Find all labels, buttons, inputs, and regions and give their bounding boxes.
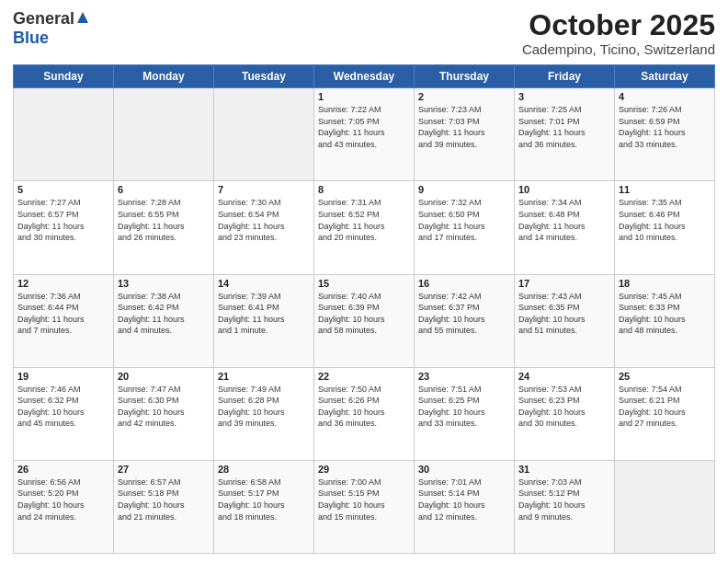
calendar-week-4: 19Sunrise: 7:46 AM Sunset: 6:32 PM Dayli… [14,367,715,460]
day-detail: Sunrise: 7:22 AM Sunset: 7:05 PM Dayligh… [318,104,410,150]
day-number: 4 [619,91,711,102]
calendar-cell: 20Sunrise: 7:47 AM Sunset: 6:30 PM Dayli… [114,367,214,460]
calendar-cell: 14Sunrise: 7:39 AM Sunset: 6:41 PM Dayli… [214,274,314,367]
calendar-table: SundayMondayTuesdayWednesdayThursdayFrid… [13,64,715,554]
calendar-cell: 8Sunrise: 7:31 AM Sunset: 6:52 PM Daylig… [314,181,415,274]
day-number: 11 [619,184,711,195]
day-number: 16 [418,278,510,289]
day-number: 12 [17,278,109,289]
day-number: 14 [218,278,310,289]
day-detail: Sunrise: 7:30 AM Sunset: 6:54 PM Dayligh… [218,197,310,243]
calendar-cell: 13Sunrise: 7:38 AM Sunset: 6:42 PM Dayli… [114,274,214,367]
calendar-cell: 5Sunrise: 7:27 AM Sunset: 6:57 PM Daylig… [14,181,114,274]
day-number: 24 [518,371,610,382]
calendar-cell: 27Sunrise: 6:57 AM Sunset: 5:18 PM Dayli… [114,460,214,553]
day-number: 22 [318,371,410,382]
calendar-cell: 30Sunrise: 7:01 AM Sunset: 5:14 PM Dayli… [415,460,515,553]
day-number: 2 [418,91,510,102]
calendar-cell: 25Sunrise: 7:54 AM Sunset: 6:21 PM Dayli… [615,367,715,460]
calendar-cell: 11Sunrise: 7:35 AM Sunset: 6:46 PM Dayli… [615,181,715,274]
calendar-week-3: 12Sunrise: 7:36 AM Sunset: 6:44 PM Dayli… [14,274,715,367]
calendar-cell: 29Sunrise: 7:00 AM Sunset: 5:15 PM Dayli… [314,460,415,553]
day-detail: Sunrise: 7:50 AM Sunset: 6:26 PM Dayligh… [318,384,410,430]
weekday-header-sunday: Sunday [14,65,114,88]
day-detail: Sunrise: 7:31 AM Sunset: 6:52 PM Dayligh… [318,197,410,243]
day-detail: Sunrise: 7:27 AM Sunset: 6:57 PM Dayligh… [17,197,109,243]
day-detail: Sunrise: 7:01 AM Sunset: 5:14 PM Dayligh… [418,477,510,523]
day-detail: Sunrise: 7:25 AM Sunset: 7:01 PM Dayligh… [518,104,610,150]
weekday-header-friday: Friday [515,65,615,88]
day-detail: Sunrise: 7:43 AM Sunset: 6:35 PM Dayligh… [518,291,610,337]
calendar-cell: 28Sunrise: 6:58 AM Sunset: 5:17 PM Dayli… [214,460,314,553]
day-detail: Sunrise: 7:47 AM Sunset: 6:30 PM Dayligh… [118,384,210,430]
calendar-cell [14,88,114,181]
day-number: 30 [418,464,510,475]
day-number: 15 [318,278,410,289]
day-number: 25 [619,371,711,382]
day-number: 10 [518,184,610,195]
calendar-cell: 26Sunrise: 6:56 AM Sunset: 5:20 PM Dayli… [14,460,114,553]
day-detail: Sunrise: 7:00 AM Sunset: 5:15 PM Dayligh… [318,477,410,523]
calendar-week-5: 26Sunrise: 6:56 AM Sunset: 5:20 PM Dayli… [14,460,715,553]
page: General Blue October 2025 Cadempino, Tic… [0,0,728,563]
logo-triangle-icon [76,11,89,28]
header: General Blue October 2025 Cadempino, Tic… [13,9,715,57]
day-number: 23 [418,371,510,382]
calendar-cell [114,88,214,181]
calendar-cell: 21Sunrise: 7:49 AM Sunset: 6:28 PM Dayli… [214,367,314,460]
weekday-header-row: SundayMondayTuesdayWednesdayThursdayFrid… [14,65,715,88]
day-number: 8 [318,184,410,195]
day-detail: Sunrise: 6:58 AM Sunset: 5:17 PM Dayligh… [218,477,310,523]
day-detail: Sunrise: 7:28 AM Sunset: 6:55 PM Dayligh… [118,197,210,243]
calendar-cell: 1Sunrise: 7:22 AM Sunset: 7:05 PM Daylig… [314,88,415,181]
day-number: 18 [619,278,711,289]
calendar-cell: 19Sunrise: 7:46 AM Sunset: 6:32 PM Dayli… [14,367,114,460]
day-detail: Sunrise: 7:54 AM Sunset: 6:21 PM Dayligh… [619,384,711,430]
day-detail: Sunrise: 7:38 AM Sunset: 6:42 PM Dayligh… [118,291,210,337]
calendar-cell: 4Sunrise: 7:26 AM Sunset: 6:59 PM Daylig… [615,88,715,181]
title-block: October 2025 Cadempino, Ticino, Switzerl… [522,9,715,57]
calendar-cell: 22Sunrise: 7:50 AM Sunset: 6:26 PM Dayli… [314,367,415,460]
calendar-cell: 10Sunrise: 7:34 AM Sunset: 6:48 PM Dayli… [515,181,615,274]
day-detail: Sunrise: 7:46 AM Sunset: 6:32 PM Dayligh… [17,384,109,430]
day-detail: Sunrise: 7:03 AM Sunset: 5:12 PM Dayligh… [518,477,610,523]
logo: General Blue [13,9,90,48]
calendar-cell: 6Sunrise: 7:28 AM Sunset: 6:55 PM Daylig… [114,181,214,274]
calendar-cell: 16Sunrise: 7:42 AM Sunset: 6:37 PM Dayli… [415,274,515,367]
day-number: 17 [518,278,610,289]
calendar-cell: 2Sunrise: 7:23 AM Sunset: 7:03 PM Daylig… [415,88,515,181]
day-number: 26 [17,464,109,475]
day-number: 20 [118,371,210,382]
day-number: 7 [218,184,310,195]
day-detail: Sunrise: 6:57 AM Sunset: 5:18 PM Dayligh… [118,477,210,523]
day-detail: Sunrise: 7:36 AM Sunset: 6:44 PM Dayligh… [17,291,109,337]
day-number: 5 [17,184,109,195]
day-detail: Sunrise: 7:42 AM Sunset: 6:37 PM Dayligh… [418,291,510,337]
day-number: 27 [118,464,210,475]
day-detail: Sunrise: 7:40 AM Sunset: 6:39 PM Dayligh… [318,291,410,337]
day-detail: Sunrise: 7:32 AM Sunset: 6:50 PM Dayligh… [418,197,510,243]
subtitle: Cadempino, Ticino, Switzerland [522,41,715,57]
day-number: 29 [318,464,410,475]
day-number: 1 [318,91,410,102]
day-detail: Sunrise: 6:56 AM Sunset: 5:20 PM Dayligh… [17,477,109,523]
calendar-cell: 18Sunrise: 7:45 AM Sunset: 6:33 PM Dayli… [615,274,715,367]
day-number: 21 [218,371,310,382]
svg-marker-0 [77,12,88,23]
weekday-header-saturday: Saturday [615,65,715,88]
calendar-cell: 3Sunrise: 7:25 AM Sunset: 7:01 PM Daylig… [515,88,615,181]
calendar-cell: 7Sunrise: 7:30 AM Sunset: 6:54 PM Daylig… [214,181,314,274]
logo-general: General [13,9,74,29]
calendar-cell: 24Sunrise: 7:53 AM Sunset: 6:23 PM Dayli… [515,367,615,460]
calendar-cell: 15Sunrise: 7:40 AM Sunset: 6:39 PM Dayli… [314,274,415,367]
day-number: 9 [418,184,510,195]
day-detail: Sunrise: 7:51 AM Sunset: 6:25 PM Dayligh… [418,384,510,430]
calendar-cell: 23Sunrise: 7:51 AM Sunset: 6:25 PM Dayli… [415,367,515,460]
day-detail: Sunrise: 7:49 AM Sunset: 6:28 PM Dayligh… [218,384,310,430]
weekday-header-monday: Monday [114,65,214,88]
calendar-cell: 17Sunrise: 7:43 AM Sunset: 6:35 PM Dayli… [515,274,615,367]
calendar-cell [214,88,314,181]
calendar-cell: 9Sunrise: 7:32 AM Sunset: 6:50 PM Daylig… [415,181,515,274]
logo-blue: Blue [13,29,49,47]
day-detail: Sunrise: 7:34 AM Sunset: 6:48 PM Dayligh… [518,197,610,243]
